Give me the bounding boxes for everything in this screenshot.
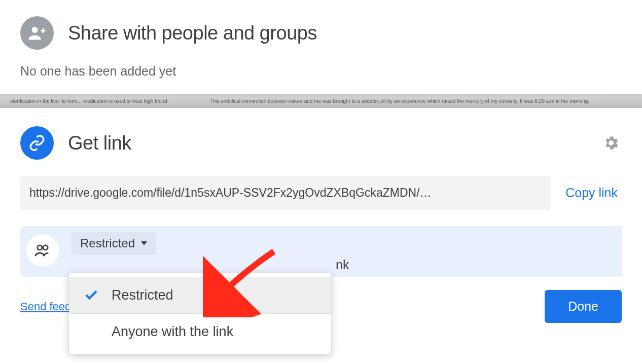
settings-button[interactable] (600, 132, 622, 154)
access-dropdown-button[interactable]: Restricted (71, 232, 156, 254)
bg-text-center: This umbilical connection between nature… (210, 98, 590, 104)
dropdown-option-anyone[interactable]: Anyone with the link (69, 313, 331, 350)
svg-point-3 (38, 245, 42, 250)
share-panel: Share with people and groups No one has … (0, 0, 642, 94)
access-content: Restricted nk (71, 232, 612, 254)
gear-icon (602, 134, 620, 152)
bg-text-left: sterification in the liver to form... me… (10, 98, 167, 104)
dropdown-option-label: Restricted (112, 287, 173, 303)
send-feedback-link[interactable]: Send feed (20, 300, 71, 313)
hidden-text-fragment: nk (336, 258, 349, 272)
access-dropdown-menu: Restricted Anyone with the link (69, 273, 331, 354)
svg-point-4 (43, 245, 48, 250)
chevron-down-icon (141, 241, 147, 245)
share-subtext: No one has been added yet (20, 64, 622, 79)
link-row: https://drive.google.com/file/d/1n5sxAUP… (20, 176, 622, 210)
link-icon (20, 126, 54, 160)
share-title: Share with people and groups (68, 22, 317, 44)
dropdown-option-restricted[interactable]: Restricted (69, 277, 331, 313)
svg-rect-2 (43, 28, 44, 33)
access-dropdown-label: Restricted (80, 236, 135, 250)
dropdown-option-label: Anyone with the link (112, 324, 233, 340)
copy-link-button[interactable]: Copy link (565, 186, 622, 200)
share-heading-row: Share with people and groups (20, 16, 622, 50)
people-icon (26, 234, 59, 267)
done-button[interactable]: Done (545, 290, 622, 323)
shareable-link-field[interactable]: https://drive.google.com/file/d/1n5sxAUP… (20, 176, 551, 210)
get-link-header: Get link (20, 126, 622, 160)
link-access-row: Restricted nk (20, 226, 622, 277)
check-icon (83, 287, 99, 303)
get-link-title: Get link (68, 132, 131, 154)
svg-point-0 (32, 27, 38, 33)
background-document-strip: sterification in the liver to form... me… (0, 94, 642, 108)
person-add-icon (20, 16, 54, 50)
